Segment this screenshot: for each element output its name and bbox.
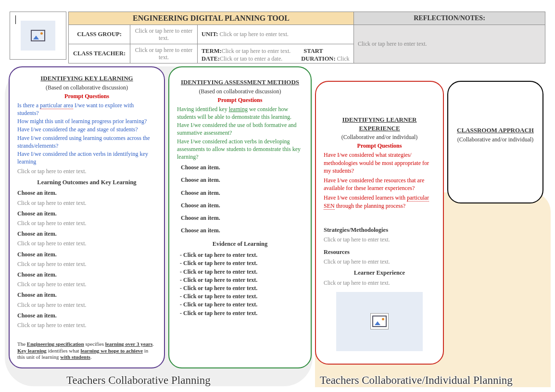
panel2-section: Evidence of Learning <box>177 240 303 248</box>
panel1-q2: How might this unit of learning progress… <box>17 117 156 125</box>
term-dates-cell[interactable]: TERM:Click or tap here to enter text. ST… <box>198 44 354 63</box>
text-input[interactable]: Click or tap here to enter text. <box>17 260 156 268</box>
panel1-input[interactable]: Click or tap here to enter text. <box>17 167 156 175</box>
panel1-title: IDENTIFYING KEY LEARNING <box>17 74 156 83</box>
text-input[interactable]: Click or tap here to enter text. <box>17 280 156 288</box>
unit-cell[interactable]: UNIT: Click or tap here to enter text. <box>198 25 354 44</box>
panel3-sub: (Collaborative and/or individual) <box>324 133 435 141</box>
class-group-input[interactable]: Click or tap here to enter text. <box>130 25 198 44</box>
panel1-q3: Have I/we considered the age and stage o… <box>17 126 156 133</box>
evidence-item[interactable]: - Click or tap here to enter text. <box>180 268 303 276</box>
text-input[interactable]: Click or tap here to enter text. <box>17 219 156 227</box>
panel-classroom-approach: CLASSROOM APPROACH (Collaborative and/or… <box>447 81 543 203</box>
choose-item[interactable]: Choose an item. <box>181 164 303 171</box>
panel3-h1: Strategies/Methodologies <box>324 226 435 234</box>
panel3-q1: Have I/we considered what strategies/ me… <box>324 151 435 175</box>
evidence-item[interactable]: - Click or tap here to enter text. <box>180 251 303 259</box>
unit-placeholder[interactable]: Click or tap here to enter text. <box>220 31 289 38</box>
panel1-q1: Is there a particular area I/we want to … <box>17 101 156 117</box>
evidence-item[interactable]: - Click or tap here to enter text. <box>180 259 303 267</box>
panel-learner-experience: IDENTIFYING LEARNER EXPERIENCE (Collabor… <box>315 81 444 365</box>
image-placeholder-icon <box>372 316 387 327</box>
learner-image-placeholder[interactable] <box>336 292 423 351</box>
header-table: ENGINEERING DIGITAL PLANNING TOOL REFLEC… <box>68 12 545 63</box>
footer-label-right: Teachers Collaborative/Individual Planni… <box>320 374 513 387</box>
strategies-input[interactable]: Click or tap here to enter text. <box>324 236 435 244</box>
choose-item[interactable]: Choose an item. <box>181 214 303 222</box>
start-date-placeholder[interactable]: Click or tap to enter a date. <box>220 55 282 60</box>
text-input[interactable]: Click or tap here to enter text. <box>17 321 156 329</box>
panel3-h3: Learner Experience <box>324 269 435 277</box>
evidence-item[interactable]: - Click or tap here to enter text. <box>180 309 303 317</box>
panel3-prompt: Prompt Questions <box>324 142 435 150</box>
evidence-list: - Click or tap here to enter text. - Cli… <box>177 251 303 317</box>
duration-label: DURATION: <box>301 55 335 60</box>
evidence-item[interactable]: - Click or tap here to enter text. <box>180 301 303 308</box>
panel1-section: Learning Outcomes and Key Learning <box>17 178 156 187</box>
panel1-q5: Have I/we considered the action verbs in… <box>17 150 156 165</box>
evidence-item[interactable]: - Click or tap here to enter text. <box>180 276 303 284</box>
header-row: ENGINEERING DIGITAL PLANNING TOOL REFLEC… <box>10 12 545 63</box>
panel1-footnote: The Engineering specification specifies … <box>17 341 156 361</box>
image-placeholder-icon <box>31 30 45 41</box>
term-placeholder[interactable]: Click or tap here to enter text. <box>222 48 291 54</box>
evidence-item[interactable]: - Click or tap here to enter text. <box>180 284 303 292</box>
text-cursor <box>15 15 16 24</box>
panel2-q1: Having identified key learning we consid… <box>177 105 303 121</box>
panel4-sub: (Collaborative and/or individual) <box>456 136 535 143</box>
choose-item[interactable]: Choose an item. <box>181 189 303 197</box>
class-teacher-label: CLASS TEACHER: <box>69 44 130 63</box>
panel3-q3: Have I/we considered learners with parti… <box>324 194 435 209</box>
logo-placeholder[interactable] <box>21 21 55 51</box>
evidence-item[interactable]: - Click or tap here to enter text. <box>180 292 303 300</box>
choose-item[interactable]: Choose an item. <box>181 176 303 184</box>
panel-assessment: IDENTIFYING ASSESSMENT METHODS (Based on… <box>168 66 312 368</box>
choose-item[interactable]: Choose an item. <box>17 210 156 217</box>
choose-item[interactable]: Choose an item. <box>17 189 156 197</box>
panel-key-learning: IDENTIFYING KEY LEARNING (Based on colla… <box>9 66 165 368</box>
footer-label-left: Teachers Collaborative Planning <box>66 374 211 387</box>
unit-label: UNIT: <box>202 31 218 38</box>
learner-exp-input[interactable]: Click or tap here to enter text. <box>324 279 435 287</box>
panel4-title: CLASSROOM APPROACH <box>456 126 535 135</box>
choose-item[interactable]: Choose an item. <box>181 202 303 209</box>
class-teacher-input[interactable]: Click or tap here to enter text. <box>130 44 198 63</box>
choose-item[interactable]: Choose an item. <box>181 227 303 234</box>
reflection-input[interactable]: Click or tap here to enter text. <box>354 25 545 63</box>
text-input[interactable]: Click or tap here to enter text. <box>17 240 156 247</box>
choose-item[interactable]: Choose an item. <box>17 251 156 258</box>
reflection-title: REFLECTION/NOTES: <box>354 12 545 25</box>
panel3-title: IDENTIFYING LEARNER EXPERIENCE <box>324 115 435 132</box>
choose-item[interactable]: Choose an item. <box>17 312 156 319</box>
class-group-label: CLASS GROUP: <box>69 25 130 44</box>
text-input[interactable]: Click or tap here to enter text. <box>17 301 156 309</box>
text-input[interactable]: Click or tap here to enter text. <box>17 199 156 207</box>
panel1-q4: Have I/we considered using learning outc… <box>17 134 156 150</box>
main-title: ENGINEERING DIGITAL PLANNING TOOL <box>69 12 354 25</box>
panel2-sub: (Based on collaborative discussion) <box>177 88 303 95</box>
panel3-q2: Have I/we considered the resources that … <box>324 177 435 192</box>
panel2-q2: Have I/we considered the use of both for… <box>177 121 303 137</box>
panel2-prompt: Prompt Questions <box>177 96 303 104</box>
choose-item[interactable]: Choose an item. <box>17 291 156 299</box>
choose-item[interactable]: Choose an item. <box>17 271 156 278</box>
panel2-title: IDENTIFYING ASSESSMENT METHODS <box>177 78 303 87</box>
resources-input[interactable]: Click or tap here to enter text. <box>324 258 435 266</box>
logo-box <box>10 12 66 60</box>
choose-item[interactable]: Choose an item. <box>17 230 156 238</box>
panel3-h2: Resources <box>324 248 435 256</box>
term-label: TERM: <box>202 48 222 54</box>
panel1-sub: (Based on collaborative discussion) <box>17 84 156 91</box>
panel1-prompt: Prompt Questions <box>17 92 156 100</box>
panel2-q3: Have I/we considered action verbs in dev… <box>177 138 303 161</box>
